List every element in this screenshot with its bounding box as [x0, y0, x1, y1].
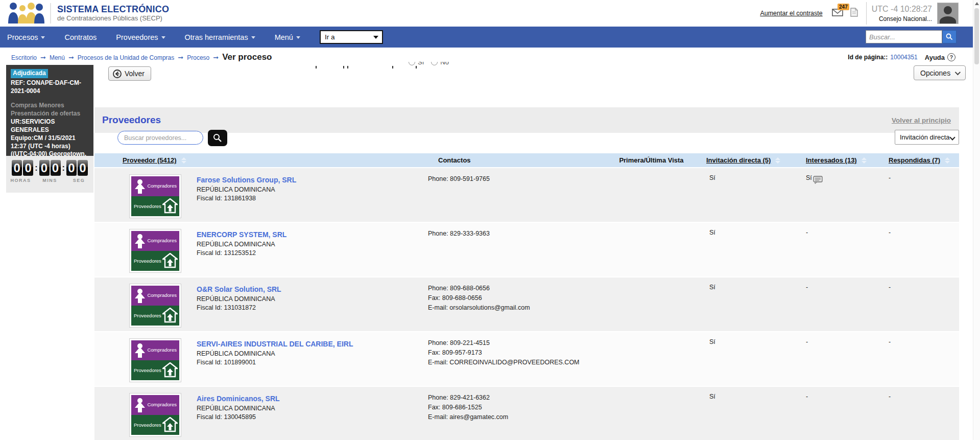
timer-digit: 0 — [66, 160, 77, 176]
search-icon — [213, 133, 222, 143]
chevron-down-icon — [373, 36, 378, 39]
provider-contacts: Phone: 809-591-9765 — [428, 168, 596, 222]
radio-yes[interactable] — [409, 62, 415, 65]
col-invitacion-directa[interactable]: Invitación directa (5) — [706, 156, 806, 164]
provider-logo: Compradores Proveedores — [129, 393, 181, 437]
page-id-value[interactable]: 10004351 — [890, 54, 917, 61]
nav-contratos[interactable]: Contratos — [64, 33, 97, 41]
supplier-house-icon — [162, 253, 178, 268]
process-ur: UR:SERVICIOS GENERALES — [11, 118, 89, 134]
col-respondidas[interactable]: Respondidas (7) — [889, 156, 959, 164]
timer-label-hours: HORAS — [6, 178, 35, 183]
direct-invitation-value: Sí — [706, 168, 806, 222]
buyer-person-icon — [133, 398, 147, 413]
providers-table-header: Proveedor (5412) Contactos Primera/Últim… — [94, 153, 959, 167]
help-label: Ayuda — [925, 54, 945, 61]
direct-invitation-value: Sí — [706, 223, 806, 276]
interested-value: - — [806, 223, 889, 276]
interested-value: - — [806, 277, 889, 331]
col-proveedor[interactable]: Proveedor (5412) — [94, 156, 428, 164]
provider-name-link[interactable]: O&R Solar Solution, SRL — [197, 285, 281, 295]
crumb-menu[interactable]: Menú — [50, 54, 65, 61]
responded-value: - — [889, 332, 959, 386]
timer-digit: 0 — [39, 160, 50, 176]
buyer-person-icon — [133, 179, 147, 194]
sort-icon[interactable] — [181, 157, 186, 164]
providers-section-title: Proveedores — [102, 114, 161, 126]
providers-table: Proveedor (5412) Contactos Primera/Últim… — [94, 153, 959, 440]
mail-icon[interactable]: 247 — [832, 9, 843, 18]
provider-name-link[interactable]: ENERCORP SYSTEM, SRL — [197, 230, 286, 240]
arrow-right-icon: ➞ — [68, 54, 74, 61]
crumb-procesos-unidad[interactable]: Procesos de la Unidad de Compras — [78, 54, 174, 61]
crumb-escritorio[interactable]: Escritorio — [11, 54, 37, 61]
provider-search-input[interactable] — [117, 131, 203, 145]
arrow-right-icon: ➞ — [178, 54, 183, 61]
supplier-house-icon — [162, 417, 178, 432]
vertical-scrollbar[interactable] — [973, 0, 980, 440]
provider-search-button[interactable] — [208, 130, 227, 146]
global-search-input[interactable] — [866, 30, 942, 43]
arrow-right-icon: ➞ — [213, 54, 219, 61]
table-row: Compradores Proveedores ENERCORP SYSTEM,… — [94, 222, 959, 276]
scrollbar-thumb[interactable] — [974, 8, 979, 64]
status-badge: Adjudicada — [11, 69, 48, 78]
col-interesados[interactable]: Interesados (13) — [806, 156, 889, 164]
chevron-down-icon — [251, 36, 255, 39]
back-button[interactable]: Volver — [108, 66, 151, 81]
invitation-filter-select[interactable]: Invitación directa — [895, 130, 959, 145]
radio-no[interactable] — [431, 62, 438, 65]
first-last-view — [596, 168, 706, 222]
crumb-proceso[interactable]: Proceso — [187, 54, 209, 61]
help-icon[interactable]: ? — [947, 53, 955, 61]
back-to-top-link[interactable]: Volver al principio — [892, 117, 951, 124]
provider-name-link[interactable]: Aires Dominicanos, SRL — [197, 394, 280, 404]
brand-subtitle: de Contrataciones Públicas (SECP) — [57, 14, 169, 22]
sort-icon[interactable] — [862, 157, 867, 164]
document-icon[interactable] — [850, 8, 858, 19]
provider-contacts: Phone: 829-333-9363 — [428, 223, 596, 276]
page-id-label: Id de página:: — [848, 54, 888, 61]
goto-select[interactable]: Ir a — [320, 30, 383, 44]
user-avatar[interactable] — [937, 3, 959, 24]
back-button-label: Volver — [125, 70, 145, 78]
supplier-house-icon — [162, 198, 178, 214]
responded-value: - — [889, 223, 959, 276]
utc-clock: UTC -4 10:28:27 — [872, 5, 932, 14]
radio-yes-label: Sí — [418, 62, 424, 66]
nav-procesos[interactable]: Procesos — [7, 33, 45, 41]
provider-name-link[interactable]: Farose Solutions Group, SRL — [197, 175, 296, 186]
first-last-view — [596, 332, 706, 386]
chevron-down-icon — [955, 69, 961, 75]
timer-label-mins: MINS — [35, 178, 64, 183]
comment-bubble-icon[interactable] — [813, 176, 823, 186]
people-logo-icon — [7, 2, 45, 25]
scroll-up-arrow-icon[interactable] — [975, 2, 979, 5]
timer-digit: 0 — [23, 160, 33, 176]
table-row: Compradores Proveedores O&R Solar Soluti… — [94, 276, 959, 331]
timer-digit: 0 — [12, 160, 22, 176]
table-row: Compradores Proveedores Farose Solutions… — [94, 167, 959, 222]
radio-no-label: No — [440, 62, 449, 66]
responded-value: - — [889, 168, 959, 222]
supplier-house-icon — [162, 308, 178, 323]
chevron-down-icon — [41, 36, 45, 39]
timer-digit: 0 — [78, 160, 88, 176]
first-last-view — [596, 277, 706, 331]
global-search-button[interactable] — [942, 30, 957, 43]
header-divider — [866, 2, 867, 25]
table-row: Compradores Proveedores Aires Dominicano… — [94, 386, 959, 440]
sort-icon[interactable] — [775, 157, 780, 164]
nav-otras-herramientas[interactable]: Otras herramientas — [185, 33, 255, 41]
first-last-view — [596, 223, 706, 276]
increase-contrast-link[interactable]: Aumentar el contraste — [760, 10, 822, 17]
sort-icon[interactable] — [945, 157, 950, 164]
nav-proveedores[interactable]: Proveedores — [116, 33, 165, 41]
chevron-down-icon — [296, 36, 300, 39]
nav-menu[interactable]: Menú — [275, 33, 300, 41]
clipped-radio-group: Sí No — [409, 62, 485, 71]
provider-name-link[interactable]: SERVI-AIRES INDUSTRIAL DEL CARIBE, EIRL — [197, 339, 353, 350]
page-title: Ver proceso — [222, 52, 272, 62]
options-button[interactable]: Opciones — [914, 65, 966, 80]
timer-digit: 0 — [51, 160, 61, 176]
